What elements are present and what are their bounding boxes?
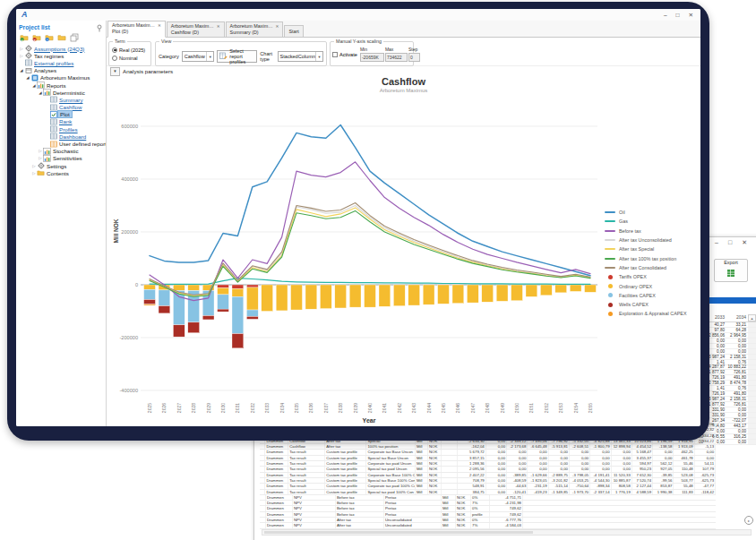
field-value[interactable]: -20659K: [360, 53, 384, 62]
yaxis-field-min: Min-20659K: [360, 47, 384, 65]
sidebar-item-stochastic[interactable]: ▷Stochastic: [19, 148, 106, 155]
analysis-parameters-row: ▼ Analysis parameters: [107, 66, 700, 76]
grid-icon: [49, 125, 57, 133]
vertical-scrollbar[interactable]: [748, 397, 756, 401]
vertical-scrollbar[interactable]: [748, 370, 756, 374]
value-cell: 0,00: [528, 461, 548, 466]
new-project-icon[interactable]: +: [19, 33, 30, 43]
vertical-scrollbar[interactable]: [748, 333, 756, 338]
cell: Mill: [416, 450, 428, 454]
bar-segment: [144, 300, 156, 304]
vertical-scrollbar[interactable]: [748, 381, 756, 385]
scroll-corner-button[interactable]: ▸: [744, 516, 753, 525]
vertical-scrollbar[interactable]: [748, 440, 756, 444]
value-cell: 0,00: [486, 444, 507, 449]
cell: Tax result: [288, 467, 325, 471]
vertical-scrollbar[interactable]: [748, 386, 756, 390]
vertical-scrollbar[interactable]: [748, 355, 756, 359]
delete-project-icon[interactable]: x: [31, 33, 42, 43]
sidebar-item-summary[interactable]: Summary: [19, 96, 106, 103]
minimize-icon[interactable]: –: [664, 12, 667, 19]
vertical-scrollbar[interactable]: [748, 365, 756, 370]
sidebar-item-user-defined-reports[interactable]: User defined reports: [19, 140, 106, 147]
sidebar-item-assumptions-24q3-[interactable]: ▷Assumptions (24Q3): [19, 45, 106, 52]
chart-type-select[interactable]: StackedColumn▼: [278, 51, 324, 62]
vertical-scrollbar[interactable]: [748, 429, 756, 433]
vertical-scrollbar[interactable]: [748, 418, 756, 423]
analysis-parameters-toggle[interactable]: ▼: [110, 67, 120, 76]
scroll-up-button[interactable]: ▲: [748, 314, 756, 321]
radio-button[interactable]: [112, 47, 117, 53]
bar-segment: [246, 310, 258, 316]
vertical-scrollbar[interactable]: [748, 322, 756, 327]
field-value[interactable]: 734622: [385, 53, 408, 62]
duplicate-window-icon[interactable]: [69, 33, 80, 43]
value-cell: 11 520,33: [612, 473, 632, 477]
vertical-scrollbar[interactable]: [748, 360, 756, 364]
tab-close-icon[interactable]: ✕: [217, 24, 220, 30]
tab-close-icon[interactable]: ✕: [158, 23, 161, 29]
radio-button[interactable]: [112, 56, 117, 61]
cell: Custom tax profile: [325, 467, 366, 471]
value-cell: 1 913,09: [674, 444, 694, 449]
sidebar-item-reports[interactable]: ◢Reports: [19, 81, 106, 89]
restore-icon[interactable]: □: [676, 12, 680, 19]
tab-plot-d-[interactable]: Arboretum Maxim…✕Plot (D): [107, 21, 166, 38]
close-icon[interactable]: ✕: [689, 12, 693, 19]
tab-start[interactable]: Start: [284, 25, 303, 37]
restore-icon[interactable]: □: [728, 239, 732, 246]
activate-checkbox[interactable]: [332, 52, 338, 57]
sidebar-item-analyses[interactable]: ◢Analyses: [19, 67, 106, 74]
vertical-scrollbar[interactable]: [748, 407, 756, 412]
vertical-scrollbar[interactable]: [748, 344, 756, 348]
vertical-scrollbar[interactable]: [748, 349, 756, 354]
legend-label: Before tax: [619, 228, 641, 234]
sidebar-item-rank[interactable]: Rank: [19, 118, 106, 125]
tab-cashflow-d-[interactable]: Arboretum Maxim…✕Cashflow (D): [167, 21, 225, 37]
project-tree: ▷Assumptions (24Q3)▷Tax regimesExternal …: [19, 45, 106, 176]
category-select[interactable]: Cashflow▼: [182, 51, 215, 62]
vertical-scrollbar[interactable]: [748, 424, 756, 428]
vertical-scrollbar[interactable]: [748, 328, 756, 332]
horizontal-scrollbar[interactable]: [262, 529, 752, 536]
tab-summary-d-[interactable]: Arboretum Maxim…✕Summary (D): [226, 21, 284, 37]
vertical-scrollbar[interactable]: [748, 434, 756, 439]
value-cell: 10 885,87: [612, 478, 632, 483]
vertical-scrollbar[interactable]: [748, 413, 756, 417]
field-value[interactable]: 0: [408, 53, 420, 62]
table-row[interactable]: DrammenNPVAfter taxUnconsolidatedMillNOK…: [260, 523, 716, 528]
value-cell: -162,04: [458, 444, 486, 449]
export-button[interactable]: Export: [714, 259, 748, 282]
window2-controls: – □ ✕: [715, 239, 747, 246]
cell: Mill: [416, 484, 428, 488]
sidebar-item-settings[interactable]: ▷Settings: [19, 162, 106, 169]
pin-icon[interactable]: [96, 21, 103, 36]
sidebar-item-profiles[interactable]: Profiles: [19, 125, 106, 133]
sidebar-item-deterministic[interactable]: ◢Deterministic: [19, 89, 106, 96]
sidebar-item-dashboard[interactable]: Dashboard: [19, 133, 106, 140]
vertical-scrollbar[interactable]: [748, 402, 756, 407]
minimize-icon[interactable]: –: [715, 239, 718, 246]
sidebar-item-plot[interactable]: Plot: [19, 111, 106, 118]
cell: NOK: [456, 523, 471, 527]
term-option-real-2025-[interactable]: Real (2025): [112, 46, 148, 54]
cashflow-plot[interactable]: 6000004000002000000-200000-4000002025202…: [110, 93, 605, 426]
cell: Corporate tax paid 100% Con: [366, 484, 416, 488]
vertical-scrollbar[interactable]: [748, 339, 756, 343]
sidebar-item-contents[interactable]: ▷Contents: [19, 169, 106, 176]
import-project-icon[interactable]: ›: [44, 33, 55, 43]
vertical-scrollbar[interactable]: [748, 375, 756, 380]
value-cell: 2 158,31: [726, 397, 748, 401]
sidebar-item-arboretum-maximus[interactable]: ◢Arboretum Maximus: [19, 74, 106, 81]
scrollbar-thumb[interactable]: [264, 531, 533, 534]
cell: Custom tax profile: [325, 478, 366, 483]
term-option-nominal[interactable]: Nominal: [112, 54, 148, 62]
tab-close-icon[interactable]: ✕: [276, 24, 279, 30]
close-icon[interactable]: ✕: [742, 239, 747, 246]
select-report-profiles-button[interactable]: Select report profiles: [217, 50, 257, 63]
sidebar-item-sensitivities[interactable]: ▷Sensitivities: [19, 155, 106, 162]
vertical-scrollbar[interactable]: [748, 391, 756, 396]
open-project-icon[interactable]: [56, 33, 67, 43]
sidebar-item-tax-regimes[interactable]: ▷Tax regimes: [19, 52, 106, 59]
sidebar-item-external-profiles[interactable]: External profiles: [19, 59, 106, 66]
